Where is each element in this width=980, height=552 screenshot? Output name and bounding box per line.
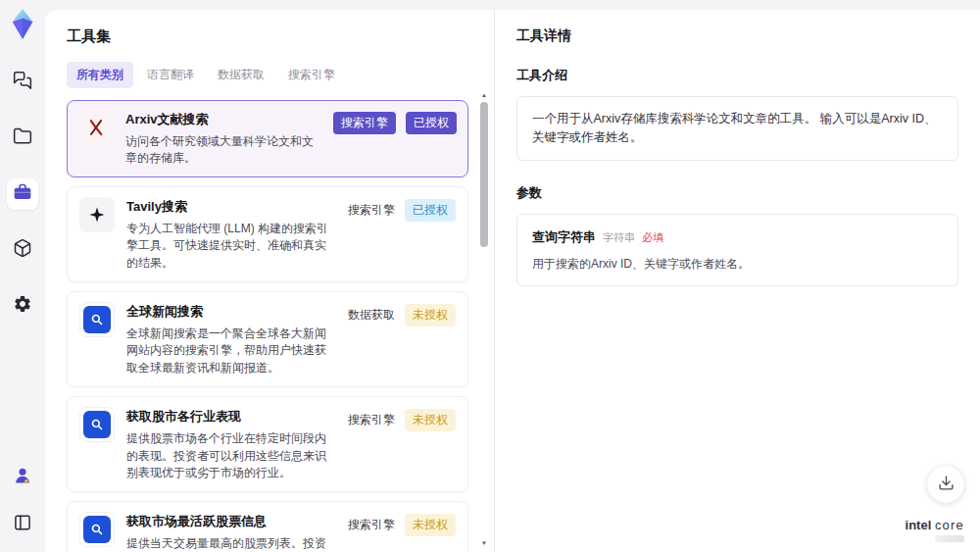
sidebar-item-chat[interactable] — [7, 67, 38, 98]
auth-status-badge: 未授权 — [405, 514, 456, 536]
category-label: 搜索引擎 — [348, 514, 395, 536]
chat-icon — [13, 71, 32, 94]
scroll-up-icon[interactable]: ▲ — [479, 92, 489, 98]
app-window: 工具集 所有类别 语言翻译 数据获取 搜索引擎 A — [0, 0, 980, 552]
param-type: 字符串 — [603, 229, 635, 246]
tool-name: 获取市场最活跃股票信息 — [126, 513, 332, 530]
scrollbar-thumb[interactable] — [480, 102, 488, 247]
tool-card-tavily[interactable]: Tavily搜索 专为人工智能代理 (LLM) 构建的搜索引擎工具。可快速提供实… — [67, 186, 468, 282]
sidebar-item-packages[interactable] — [7, 234, 38, 266]
auth-status-badge: 未授权 — [405, 304, 456, 326]
detail-title: 工具详情 — [516, 27, 958, 45]
category-badge: 搜索引擎 — [333, 112, 396, 134]
sidebar-nav — [7, 67, 38, 322]
tool-list: Arxiv文献搜索 访问各个研究领域大量科学论文和文章的存储库。 搜索引擎 已授… — [67, 100, 468, 552]
box-icon — [13, 238, 32, 262]
tab-language-translation[interactable]: 语言翻译 — [137, 62, 204, 88]
auth-status-badge: 已授权 — [405, 199, 456, 222]
tool-description: 访问各个研究领域大量科学论文和文章的存储库。 — [125, 133, 318, 168]
search-tool-icon — [79, 407, 115, 442]
category-label: 数据获取 — [348, 304, 395, 326]
tool-description: 全球新闻搜索是一个聚合全球各大新闻网站内容的搜索引擎，帮助用户快速获取全球最新资… — [126, 326, 332, 376]
user-icon — [13, 466, 32, 489]
download-icon — [938, 475, 955, 494]
brand-intel: intel — [906, 518, 932, 532]
sidebar — [0, 0, 45, 552]
scroll-down-icon[interactable]: ▼ — [479, 540, 489, 546]
tool-name: 全球新闻搜索 — [126, 303, 332, 321]
brand-badge-shine — [935, 535, 964, 542]
param-description: 用于搜索的Arxiv ID、关键字或作者姓名。 — [532, 255, 943, 273]
sidebar-toggle[interactable] — [7, 509, 38, 540]
tool-description: 提供当天交易量最高的股票列表。投资者可以利用这些信息来识别流动性强的股票和潜在的… — [126, 535, 332, 552]
tool-name: 获取股市各行业表现 — [126, 408, 332, 426]
brand-core: core — [935, 518, 964, 532]
param-card: 查询字符串 字符串 必填 用于搜索的Arxiv ID、关键字或作者姓名。 — [516, 214, 958, 287]
sidebar-item-tools[interactable] — [7, 178, 38, 210]
search-tool-icon — [79, 512, 115, 547]
sparkle-icon — [79, 197, 115, 232]
sidebar-bottom — [7, 462, 38, 540]
tool-name: Arxiv文献搜索 — [125, 111, 318, 128]
arxiv-icon — [78, 110, 114, 145]
intel-core-logo: intel core — [906, 518, 964, 542]
intro-section-title: 工具介绍 — [516, 67, 958, 84]
gear-icon — [13, 294, 32, 318]
tab-search-engine[interactable]: 搜索引擎 — [278, 62, 345, 88]
content-sheet: 工具集 所有类别 语言翻译 数据获取 搜索引擎 A — [45, 10, 980, 552]
tool-detail-panel: 工具详情 工具介绍 一个用于从Arxiv存储库搜索科学论文和文章的工具。 输入可… — [495, 10, 980, 552]
sidebar-item-settings[interactable] — [7, 290, 38, 322]
tool-card-global-news[interactable]: 全球新闻搜索 全球新闻搜索是一个聚合全球各大新闻网站内容的搜索引擎，帮助用户快速… — [67, 291, 468, 387]
category-label: 搜索引擎 — [348, 199, 395, 222]
tool-card-active-stocks[interactable]: 获取市场最活跃股票信息 提供当天交易量最高的股票列表。投资者可以利用这些信息来识… — [67, 501, 468, 552]
tool-card-arxiv[interactable]: Arxiv文献搜索 访问各个研究领域大量科学论文和文章的存储库。 搜索引擎 已授… — [67, 100, 468, 177]
tab-all-categories[interactable]: 所有类别 — [67, 62, 133, 88]
params-section-title: 参数 — [516, 184, 958, 202]
tools-panel: 工具集 所有类别 语言翻译 数据获取 搜索引擎 A — [45, 10, 495, 552]
tab-data-fetch[interactable]: 数据获取 — [208, 62, 274, 88]
sidebar-item-user[interactable] — [7, 462, 38, 493]
auth-status-badge: 已授权 — [406, 112, 457, 134]
briefcase-icon — [13, 182, 32, 206]
auth-status-badge: 未授权 — [405, 409, 456, 431]
tool-name: Tavily搜索 — [126, 198, 332, 216]
sidebar-item-files[interactable] — [7, 123, 38, 154]
category-label: 搜索引擎 — [348, 409, 395, 431]
tool-description: 专为人工智能代理 (LLM) 构建的搜索引擎工具。可快速提供实时、准确和真实的结… — [126, 221, 332, 272]
category-tabs: 所有类别 语言翻译 数据获取 搜索引擎 — [67, 62, 468, 88]
tool-card-sector-performance[interactable]: 获取股市各行业表现 提供股票市场各个行业在特定时间段内的表现。投资者可以利用这些… — [67, 396, 468, 492]
scrollbar[interactable]: ▲ ▼ — [479, 92, 489, 546]
param-name: 查询字符串 — [532, 227, 596, 247]
page-title: 工具集 — [67, 27, 468, 46]
app-logo-icon — [8, 8, 37, 41]
panel-toggle-icon — [13, 513, 32, 536]
param-required-flag: 必填 — [642, 229, 663, 246]
tool-description: 提供股票市场各个行业在特定时间段内的表现。投资者可以利用这些信息来识别表现优于或… — [126, 430, 332, 481]
tool-intro-box: 一个用于从Arxiv存储库搜索科学论文和文章的工具。 输入可以是Arxiv ID… — [516, 96, 958, 161]
folder-icon — [13, 126, 32, 150]
search-tool-icon — [79, 302, 115, 337]
download-button[interactable] — [927, 466, 964, 503]
